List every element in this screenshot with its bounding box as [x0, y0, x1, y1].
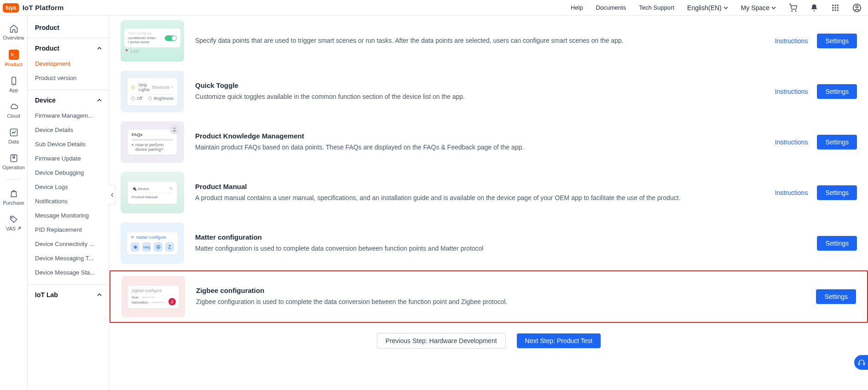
- instructions-link[interactable]: Instructions: [775, 189, 808, 196]
- sidebar-item-firmware-update[interactable]: Firmware Update: [28, 151, 109, 166]
- settings-button[interactable]: Settings: [817, 135, 857, 149]
- sidebar-item-notifications[interactable]: Notifications: [28, 194, 109, 208]
- sidebar-item-device-debugging[interactable]: Device Debugging: [28, 166, 109, 180]
- brand[interactable]: tuya IoT Platform: [3, 3, 64, 12]
- chevron-down-icon: [771, 6, 776, 10]
- cart-icon[interactable]: [789, 4, 797, 12]
- toggle-icon: [165, 35, 177, 41]
- chip-icon: cmq: [142, 242, 151, 252]
- highlighted-row: zigbee configure Hue Saturation Z Zigbee…: [110, 270, 868, 323]
- zigbee-icon: Z: [168, 298, 176, 305]
- feature-desc: Matter configuration is used to complete…: [195, 244, 806, 254]
- rail-cloud[interactable]: Cloud: [0, 99, 27, 121]
- sidebar-item-development[interactable]: Development: [28, 57, 109, 71]
- rail-overview-label: Overview: [3, 35, 24, 40]
- svg-rect-3: [835, 5, 836, 6]
- sidebar-item-product-version[interactable]: Product version: [28, 71, 109, 85]
- home-icon: [9, 24, 18, 33]
- rail-separator: [6, 179, 21, 180]
- feature-info: Product Manual A product manual contains…: [195, 183, 764, 203]
- settings-button[interactable]: Settings: [817, 185, 857, 200]
- rail-cloud-label: Cloud: [7, 113, 20, 119]
- feature-thumb: ✳matter configure ✱ cmq ⦿ Z: [121, 223, 184, 264]
- instructions-link[interactable]: Instructions: [775, 138, 808, 146]
- rail-data-label: Data: [8, 139, 19, 144]
- next-step-button[interactable]: Next Step: Product Test: [517, 333, 601, 348]
- apps-icon[interactable]: [831, 4, 839, 12]
- thumb-text: matter configure: [136, 235, 166, 240]
- feature-desc: Specify data points that are used to tri…: [195, 36, 764, 46]
- feature-info: Quick Toggle Customize quick toggles ava…: [195, 81, 764, 102]
- brand-title: IoT Platform: [23, 4, 64, 11]
- footer-nav: Previous Step: Hardware Development Next…: [110, 325, 868, 349]
- thumb-text: How to perform: [135, 143, 164, 147]
- rail-purchase[interactable]: Purchase: [0, 186, 27, 208]
- user-icon[interactable]: [852, 3, 862, 12]
- svg-rect-20: [863, 363, 865, 365]
- instructions-link[interactable]: Instructions: [775, 37, 808, 45]
- tag-icon: [9, 215, 18, 224]
- rail-app[interactable]: App: [0, 74, 27, 96]
- sidebar-item-firmware-management[interactable]: Firmware Managem...: [28, 109, 109, 123]
- thumb-text: Shortcuts: [152, 85, 169, 90]
- light-icon: [131, 86, 135, 89]
- feature-desc: Maintain product FAQs based on data poin…: [195, 143, 764, 153]
- thumb-text: Lights: [139, 87, 150, 92]
- rail-app-label: App: [9, 87, 18, 93]
- settings-button[interactable]: Settings: [817, 34, 857, 48]
- previous-step-button[interactable]: Previous Step: Hardware Development: [377, 333, 506, 349]
- nav-tech-support[interactable]: Tech Support: [639, 4, 674, 11]
- feature-row: FAQs How to perform device pairing? Prod…: [110, 117, 868, 167]
- sidebar-item-device-details[interactable]: Device Details: [28, 123, 109, 137]
- brightness-icon: [148, 97, 152, 100]
- feature-thumb: Turn on the air conditioner when I arriv…: [121, 20, 184, 62]
- settings-button[interactable]: Settings: [817, 84, 857, 99]
- nav-help[interactable]: Help: [571, 4, 583, 11]
- chevron-down-icon: [723, 6, 728, 10]
- feature-actions: Instructions Settings: [775, 84, 857, 99]
- nav-my-space[interactable]: My Space: [741, 4, 776, 11]
- rail-data[interactable]: Data: [0, 125, 27, 147]
- nav-language[interactable]: English(EN): [687, 4, 728, 11]
- instructions-link[interactable]: Instructions: [775, 88, 808, 95]
- sidebar-group-product[interactable]: Product: [28, 38, 109, 57]
- help-fab[interactable]: [854, 355, 868, 370]
- chevron-up-icon: [97, 46, 102, 51]
- rail-vas[interactable]: VAS: [0, 212, 27, 234]
- rail-operation[interactable]: Operation: [0, 151, 27, 173]
- sidebar-group-device[interactable]: Device: [28, 90, 109, 109]
- rail-overview[interactable]: Overview: [0, 21, 27, 43]
- feature-desc: Customize quick toggles available in the…: [195, 92, 764, 102]
- sidebar-item-device-logs[interactable]: Device Logs: [28, 180, 109, 194]
- svg-rect-16: [11, 155, 17, 162]
- phone-icon: [9, 76, 18, 86]
- bullet-icon: [132, 144, 133, 146]
- settings-button[interactable]: Settings: [816, 289, 856, 304]
- svg-rect-5: [832, 7, 833, 8]
- feature-thumb: 🔌 Device✎ Product Manual: [121, 172, 184, 213]
- settings-button[interactable]: Settings: [817, 236, 857, 251]
- nav-documents[interactable]: Documents: [596, 4, 626, 11]
- location-icon: 📍: [124, 49, 129, 53]
- sidebar-group-iotlab[interactable]: IoT Lab: [28, 285, 109, 303]
- sidebar-group-iotlab-label: IoT Lab: [35, 291, 58, 298]
- bell-icon[interactable]: [810, 4, 818, 12]
- terminal-icon: >_: [9, 50, 19, 60]
- sidebar-item-message-monitoring[interactable]: Message Monitoring: [28, 208, 109, 223]
- sidebar-item-device-connectivity[interactable]: Device Connectivity ...: [28, 237, 109, 251]
- svg-rect-7: [837, 7, 839, 8]
- chevron-down-icon: [170, 86, 174, 89]
- thumb-text: device pairing?: [135, 147, 164, 152]
- top-right: Help Documents Tech Support English(EN) …: [571, 3, 862, 12]
- sidebar-item-pid-replacement[interactable]: PID Replacement: [28, 223, 109, 237]
- sidebar-item-sub-device-details[interactable]: Sub Device Details: [28, 137, 109, 151]
- thumb-text: 1.121: [130, 49, 139, 53]
- layout: Overview >_ Product App Cloud Data Opera…: [0, 16, 868, 390]
- feature-actions: Settings: [817, 236, 857, 251]
- sidebar-item-device-messaging[interactable]: Device Messaging T...: [28, 251, 109, 265]
- rail-product[interactable]: >_ Product: [0, 47, 27, 70]
- sidebar-item-device-message-status[interactable]: Device Message Sta...: [28, 265, 109, 280]
- feature-row: 🔌 Device✎ Product Manual Product Manual …: [110, 167, 868, 218]
- rail-operation-label: Operation: [2, 165, 24, 170]
- avatar-icon: [169, 124, 179, 134]
